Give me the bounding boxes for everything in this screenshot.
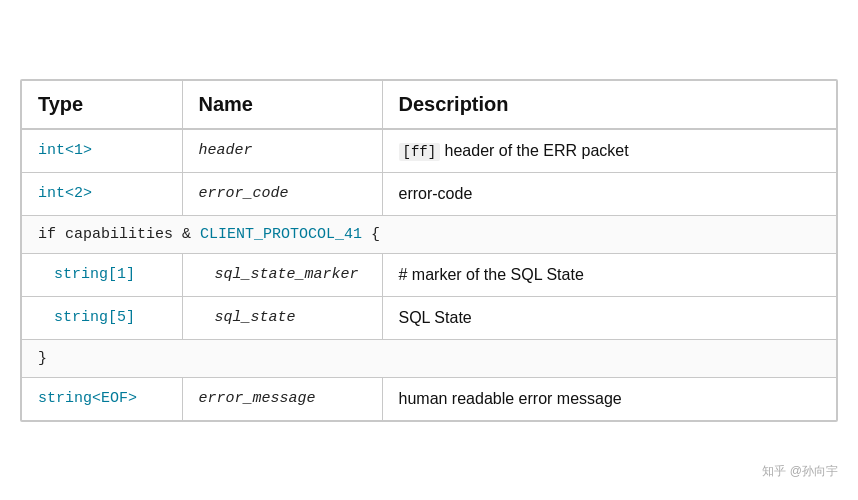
name-cell: header — [182, 129, 382, 173]
desc-cell: SQL State — [382, 296, 836, 339]
col-description-header: Description — [382, 81, 836, 129]
condition-after: { — [362, 226, 380, 243]
type-cell: int<2> — [22, 172, 182, 215]
desc-text: header of the ERR packet — [440, 142, 629, 159]
table-row: int<2> error_code error-code — [22, 172, 836, 215]
table-row: string<EOF> error_message human readable… — [22, 377, 836, 420]
name-cell: sql_state — [182, 296, 382, 339]
desc-cell: human readable error message — [382, 377, 836, 420]
desc-cell: error-code — [382, 172, 836, 215]
desc-cell: # marker of the SQL State — [382, 253, 836, 296]
type-cell: string[1] — [22, 253, 182, 296]
condition-before: if capabilities & — [38, 226, 200, 243]
col-name-header: Name — [182, 81, 382, 129]
condition-row: if capabilities & CLIENT_PROTOCOL_41 { — [22, 215, 836, 253]
main-table-container: Type Name Description int<1> header [ff]… — [20, 79, 838, 422]
type-cell: string[5] — [22, 296, 182, 339]
name-cell: sql_state_marker — [182, 253, 382, 296]
table-row: int<1> header [ff] header of the ERR pac… — [22, 129, 836, 173]
condition-cell: if capabilities & CLIENT_PROTOCOL_41 { — [22, 215, 836, 253]
type-cell: string<EOF> — [22, 377, 182, 420]
protocol-table: Type Name Description int<1> header [ff]… — [22, 81, 836, 420]
col-type-header: Type — [22, 81, 182, 129]
type-cell: int<1> — [22, 129, 182, 173]
name-cell: error_message — [182, 377, 382, 420]
name-cell: error_code — [182, 172, 382, 215]
condition-highlight: CLIENT_PROTOCOL_41 — [200, 226, 362, 243]
desc-code-prefix: [ff] — [399, 143, 441, 161]
watermark: 知乎 @孙向宇 — [762, 463, 838, 480]
table-row: string[5] sql_state SQL State — [22, 296, 836, 339]
table-row: string[1] sql_state_marker # marker of t… — [22, 253, 836, 296]
closing-cell: } — [22, 339, 836, 377]
desc-cell: [ff] header of the ERR packet — [382, 129, 836, 173]
table-header-row: Type Name Description — [22, 81, 836, 129]
closing-row: } — [22, 339, 836, 377]
